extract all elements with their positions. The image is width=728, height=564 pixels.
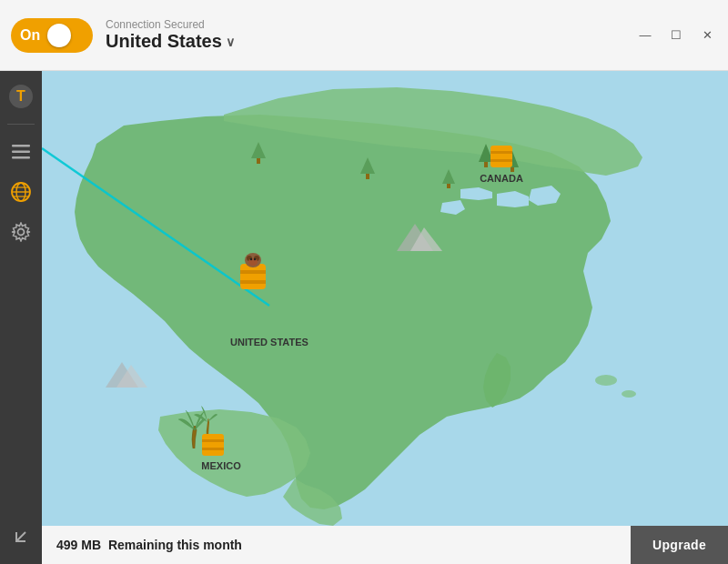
- titlebar-left: On Connection Secured United States ∨: [11, 18, 235, 53]
- status-bar: 499 MB Remaining this month Upgrade: [42, 526, 728, 564]
- menu-icon: [12, 145, 30, 159]
- svg-rect-28: [511, 167, 514, 172]
- svg-text:T: T: [16, 88, 25, 104]
- svg-point-10: [18, 229, 25, 236]
- connection-status: Connection Secured: [106, 18, 235, 31]
- logo-icon: T: [8, 84, 34, 109]
- toggle-knob: [47, 24, 71, 47]
- minimize-button[interactable]: —: [635, 25, 655, 45]
- sidebar-item-settings[interactable]: [5, 216, 37, 248]
- selected-country[interactable]: United States ∨: [106, 31, 235, 52]
- mexico-location-marker[interactable]: [202, 434, 224, 456]
- sidebar-divider-top: [7, 124, 35, 125]
- minimize-icon: [13, 529, 29, 545]
- remaining-text: Remaining this month: [108, 538, 242, 552]
- svg-point-14: [622, 390, 636, 398]
- globe-icon: [11, 182, 31, 202]
- canada-location-label: CANADA: [480, 173, 523, 184]
- svg-rect-20: [447, 184, 450, 188]
- main-layout: T: [0, 71, 728, 564]
- svg-rect-18: [366, 174, 369, 179]
- svg-rect-16: [257, 158, 260, 164]
- connection-info: Connection Secured United States ∨: [106, 18, 235, 52]
- close-button[interactable]: ✕: [697, 25, 717, 45]
- titlebar: On Connection Secured United States ∨ — …: [0, 0, 728, 71]
- svg-point-13: [595, 375, 617, 386]
- us-location-label: UNITED STATES: [230, 337, 308, 347]
- vpn-toggle[interactable]: On: [11, 18, 93, 53]
- mexico-location-label: MEXICO: [201, 460, 241, 471]
- svg-rect-31: [240, 280, 266, 284]
- svg-rect-43: [202, 448, 224, 450]
- sidebar-item-menu[interactable]: [5, 136, 37, 168]
- svg-rect-39: [490, 151, 512, 154]
- svg-rect-2: [12, 145, 30, 147]
- sidebar: T: [0, 71, 42, 564]
- svg-rect-4: [12, 156, 30, 159]
- upgrade-button[interactable]: Upgrade: [631, 526, 728, 564]
- map-svg: UNITED STATES CANADA MEXICO: [42, 71, 728, 564]
- svg-rect-40: [490, 159, 512, 162]
- remaining-info: 499 MB Remaining this month: [42, 526, 631, 564]
- window-controls: — ☐ ✕: [635, 25, 717, 45]
- sidebar-item-minimize[interactable]: [5, 520, 37, 553]
- svg-point-36: [250, 258, 252, 260]
- remaining-amount: 499 MB: [56, 538, 101, 552]
- maximize-button[interactable]: ☐: [666, 25, 686, 45]
- svg-rect-3: [12, 151, 30, 154]
- svg-rect-38: [490, 146, 512, 167]
- svg-rect-42: [202, 439, 224, 442]
- svg-line-11: [16, 532, 25, 541]
- svg-rect-30: [240, 270, 266, 274]
- toggle-label: On: [20, 27, 40, 44]
- svg-point-35: [248, 258, 258, 266]
- canada-location-marker[interactable]: [490, 146, 512, 167]
- map-area: UNITED STATES CANADA MEXICO 499 MB Remai…: [42, 71, 728, 564]
- chevron-down-icon: ∨: [226, 35, 235, 49]
- svg-rect-26: [484, 162, 488, 167]
- gear-icon: [11, 222, 31, 242]
- sidebar-bottom: [5, 520, 37, 553]
- sidebar-item-locations[interactable]: [5, 176, 37, 208]
- svg-rect-41: [202, 434, 224, 456]
- app-logo: T: [5, 80, 37, 113]
- svg-rect-29: [240, 264, 266, 289]
- svg-point-37: [254, 258, 256, 260]
